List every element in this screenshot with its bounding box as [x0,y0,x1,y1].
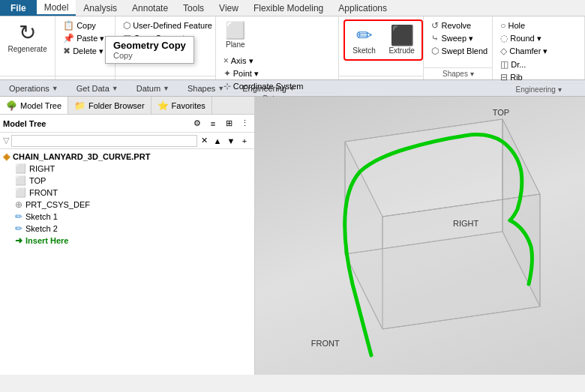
applications-tab[interactable]: Applications [331,0,394,16]
hole-button[interactable]: ○ Hole [497,19,550,31]
extrude-button[interactable]: ⬛ Extrude [384,22,420,58]
engineering-buttons: ○ Hole ◌ Round ▾ ◇ Chamfer ▾ ◫ D [497,19,580,83]
tree-settings-button[interactable]: ⚙ [190,117,204,130]
sketch2-icon: ✏ [15,223,22,234]
datum-arrow: ▼ [163,85,170,92]
top-label: TOP [29,176,46,185]
copy-icon: 📋 [63,20,74,31]
tree-item-right[interactable]: ⬜ RIGHT [0,163,254,175]
folder-browser-tab[interactable]: 📁 Folder Browser [68,97,152,114]
swept-blend-button[interactable]: ⬡ Swept Blend [428,45,490,57]
model-tab[interactable]: Model [37,0,76,16]
paste-button[interactable]: 📌 Paste ▾ [60,32,107,44]
tree-more-button[interactable]: ⋮ [238,117,251,130]
favorites-label: Favorites [172,101,206,110]
operations-section[interactable]: Operations ▼ [3,80,64,96]
model-tree-tab-label: Model Tree [20,101,62,110]
model-tree: ◈ CHAIN_LANYARD_3D_CURVE.PRT ⬜ RIGHT ⬜ T… [0,149,254,375]
search-up-button[interactable]: ▲ [211,134,224,148]
regenerate-button[interactable]: ↻ Regenerate [4,19,50,56]
copy-button[interactable]: 📋 Copy [60,19,107,31]
copy-geometry-button[interactable]: ◱ Copy Geometry [120,32,215,44]
panel-tabs: 🌳 Model Tree 📁 Folder Browser ⭐ Favorite… [0,97,254,115]
favorites-tab[interactable]: ⭐ Favorites [152,97,212,114]
analysis-tab[interactable]: Analysis [76,0,124,16]
tree-item-insert-here[interactable]: ➜ Insert Here [0,235,254,247]
model-tree-tab[interactable]: 🌳 Model Tree [0,97,68,114]
chamfer-icon: ◇ [500,46,507,56]
model-tree-icon: 🌳 [6,100,17,111]
datum-section[interactable]: Datum ▼ [130,80,176,96]
sketch1-icon: ✏ [15,211,22,222]
shapes-col: ↺ Revolve ⤷ Sweep ▾ ⬡ Swept Blend [428,19,490,57]
plane-icon: ⬜ [225,22,245,39]
root-label: CHAIN_LANYARD_3D_CURVE.PRT [13,152,150,161]
favorites-icon: ⭐ [158,100,169,111]
tree-expand-button[interactable]: ≡ [206,117,220,130]
annotate-tab[interactable]: Annotate [124,0,176,16]
menu-bar: File Model Analysis Annotate Tools View … [0,0,585,16]
canvas-area[interactable]: TOP RIGHT FRONT [255,97,585,375]
sweep-button[interactable]: ⤷ Sweep ▾ [428,32,490,44]
sketch2-label: Sketch 2 [26,224,58,233]
engineering-section-label: Engineering [242,84,286,93]
sketch-icon: ✏ [356,25,373,45]
delete-button[interactable]: ✖ Delete ▾ [60,45,107,57]
operations-label: Operations [9,84,50,93]
shapes-section[interactable]: Shapes ▼ [182,80,230,96]
tree-item-top[interactable]: ⬜ TOP [0,175,254,187]
csys-label: PRT_CSYS_DEF [26,200,90,209]
insert-here-icon: ➜ [15,235,22,246]
get-data-section[interactable]: Get Data ▼ [70,80,124,96]
engineering-section[interactable]: Engineering ▼ [236,80,302,96]
right-icon: ⬜ [15,163,26,174]
get-data-section-label: Get Data [76,84,110,93]
left-panel: 🌳 Model Tree 📁 Folder Browser ⭐ Favorite… [0,97,255,375]
clipboard-buttons: 📋 Copy 📌 Paste ▾ ✖ Delete ▾ [60,19,110,76]
flexible-modeling-tab[interactable]: Flexible Modeling [246,0,331,16]
plane-button[interactable]: ⬜ Plane [220,19,250,52]
sketch-extrude-highlight: ✏ Sketch ⬛ Extrude [344,19,423,61]
rib-button[interactable]: ⊟ Rib [497,71,529,83]
root-icon: ◈ [3,151,10,162]
tree-item-sketch1[interactable]: ✏ Sketch 1 [0,211,254,223]
user-defined-button[interactable]: ⬡ User-Defined Feature [120,19,215,31]
insert-here-label: Insert Here [26,236,68,245]
search-down-button[interactable]: ▼ [224,134,238,148]
chamfer-button[interactable]: ◇ Chamfer ▾ [497,45,550,57]
shrinkwrap-button[interactable]: ◻ Shrinkwrap [120,45,215,57]
point-icon: ✦ [224,68,231,79]
eng-col2: ◫ Dr... ⊟ Rib [497,58,529,83]
file-menu[interactable]: File [0,0,37,16]
draft-button[interactable]: ◫ Dr... [497,58,529,70]
round-button[interactable]: ◌ Round ▾ [497,32,550,44]
point-button[interactable]: ✦ Point ▾ [220,67,307,79]
axis-icon: × [224,55,229,66]
tree-toolbar-title: Model Tree [3,119,188,128]
sketch-button[interactable]: ✏ Sketch [346,22,382,58]
hole-icon: ○ [500,20,506,31]
get-data-group: ⬡ User-Defined Feature ◱ Copy Geometry ◻… [116,16,216,79]
tree-item-root[interactable]: ◈ CHAIN_LANYARD_3D_CURVE.PRT [0,151,254,163]
extrude-icon: ⬛ [390,25,414,45]
search-clear-button[interactable]: ✕ [197,134,211,148]
delete-label: Delete ▾ [73,46,104,56]
tools-tab[interactable]: Tools [176,0,212,16]
sketch-label: Sketch [352,46,376,55]
csys-icon: ⊕ [15,199,22,210]
shapes-buttons: ↺ Revolve ⤷ Sweep ▾ ⬡ Swept Blend [428,19,488,67]
tree-add-button[interactable]: + [238,134,251,148]
revolve-button[interactable]: ↺ Revolve [428,19,490,31]
engineering-section-arrow: ▼ [289,85,296,92]
search-input[interactable] [11,135,197,147]
tree-columns-button[interactable]: ⊞ [222,117,236,130]
draft-icon: ◫ [500,59,508,70]
main-layout: 🌳 Model Tree 📁 Folder Browser ⭐ Favorite… [0,97,585,375]
draft-label: Dr... [511,60,526,69]
view-tab[interactable]: View [212,0,246,16]
tree-item-csys[interactable]: ⊕ PRT_CSYS_DEF [0,199,254,211]
axis-button[interactable]: × Axis ▾ [220,55,307,67]
tree-item-front[interactable]: ⬜ FRONT [0,187,254,199]
point-label: Point ▾ [233,69,259,79]
tree-item-sketch2[interactable]: ✏ Sketch 2 [0,223,254,235]
